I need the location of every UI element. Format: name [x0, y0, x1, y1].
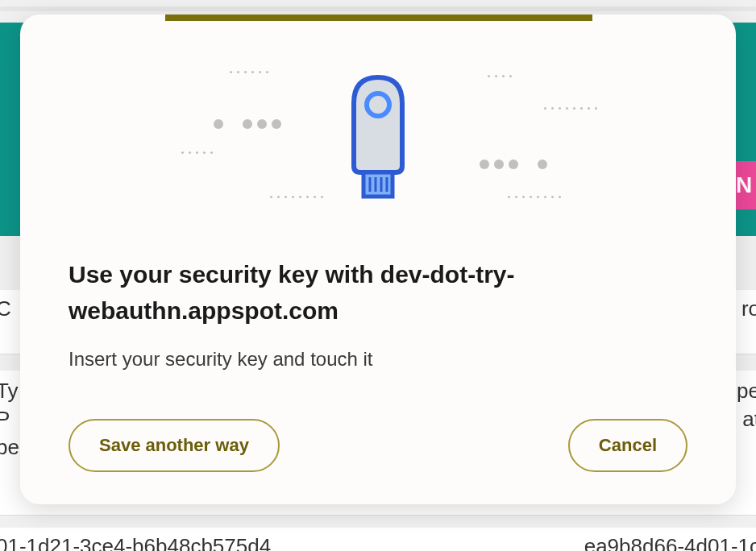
decorative-dots	[214, 119, 281, 129]
decorative-dots	[544, 107, 597, 110]
decorative-dots	[181, 151, 213, 154]
decorative-dots	[480, 160, 547, 169]
modal-overlay: Use your security key with dev-dot-try-w…	[0, 0, 756, 551]
svg-point-1	[374, 101, 382, 109]
svg-rect-2	[363, 172, 393, 197]
security-key-dialog: Use your security key with dev-dot-try-w…	[20, 14, 736, 504]
dialog-title: Use your security key with dev-dot-try-w…	[69, 256, 687, 329]
decorative-dots	[488, 75, 512, 77]
cancel-button[interactable]: Cancel	[568, 419, 687, 472]
decorative-dots	[508, 196, 561, 198]
save-another-way-button[interactable]: Save another way	[69, 419, 280, 472]
dialog-description: Insert your security key and touch it	[69, 348, 687, 371]
security-key-illustration	[20, 14, 736, 232]
decorative-dots	[230, 71, 268, 73]
decorative-dots	[270, 196, 323, 198]
dialog-button-row: Save another way Cancel	[69, 419, 687, 472]
usb-key-icon	[338, 71, 418, 200]
modal-content: Use your security key with dev-dot-try-w…	[20, 232, 736, 504]
